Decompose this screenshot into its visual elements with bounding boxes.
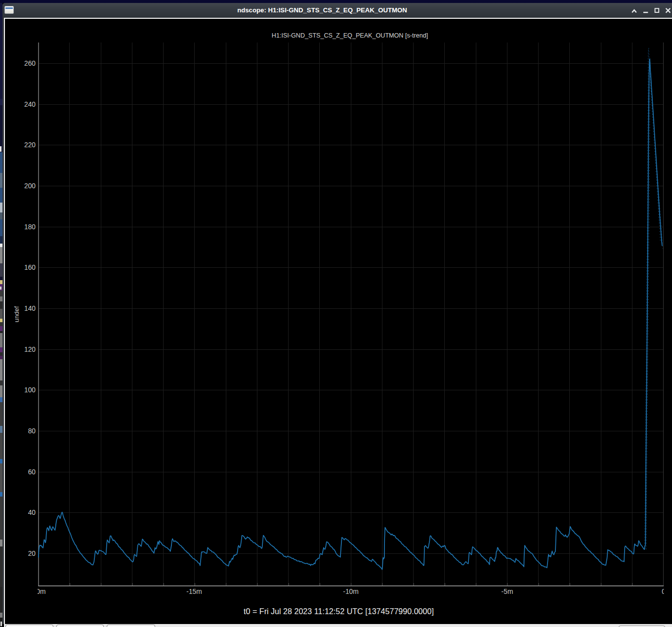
svg-text:220: 220 [24, 141, 36, 149]
svg-text:120: 120 [24, 346, 36, 353]
svg-text:undef: undef [13, 306, 20, 322]
svg-text:t0 = Fri Jul 28 2023 11:12:52: t0 = Fri Jul 28 2023 11:12:52 UTC [13745… [244, 607, 434, 616]
svg-text:-15m: -15m [186, 588, 202, 595]
svg-text:20: 20 [28, 550, 36, 557]
svg-text:60: 60 [28, 468, 36, 476]
svg-text:180: 180 [24, 223, 36, 231]
svg-text:260: 260 [24, 60, 36, 67]
svg-text:0m: 0m [36, 588, 45, 595]
svg-text:H1:ISI-GND_STS_CS_Z_EQ_PEAK_OU: H1:ISI-GND_STS_CS_Z_EQ_PEAK_OUTMON [s-tr… [272, 32, 428, 39]
svg-text:80: 80 [28, 427, 36, 435]
svg-text:-5m: -5m [502, 588, 513, 595]
svg-text:0: 0 [662, 588, 666, 595]
svg-text:200: 200 [24, 182, 36, 190]
svg-text:40: 40 [28, 509, 36, 516]
svg-text:100: 100 [24, 386, 36, 394]
svg-text:240: 240 [24, 101, 36, 108]
svg-text:140: 140 [24, 305, 36, 312]
svg-text:-10m: -10m [343, 588, 358, 595]
svg-text:160: 160 [24, 264, 36, 271]
